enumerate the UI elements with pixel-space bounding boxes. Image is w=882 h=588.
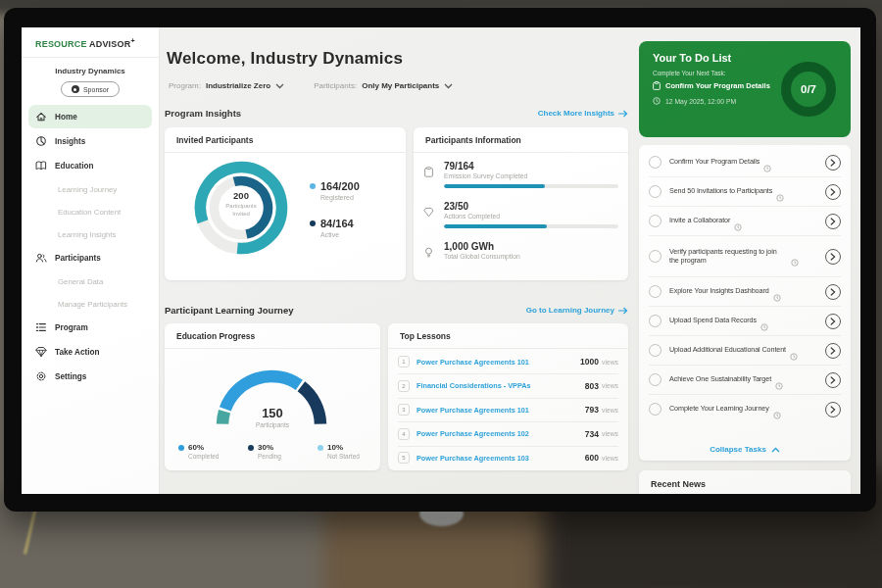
lesson-link[interactable]: Power Purchase Agreements 103 bbox=[416, 454, 585, 463]
sidebar-item-home[interactable]: Home bbox=[28, 105, 152, 128]
task-row[interactable]: Explore Your Insights Dashboard bbox=[649, 277, 841, 307]
lesson-link[interactable]: Power Purchase Agreements 101 bbox=[416, 358, 580, 367]
task-checkbox[interactable] bbox=[649, 250, 662, 263]
lesson-link[interactable]: Power Purchase Agreements 101 bbox=[416, 406, 585, 415]
task-open-button[interactable] bbox=[825, 184, 841, 200]
invited-participants-title: Invited Participants bbox=[165, 127, 406, 153]
task-open-button[interactable] bbox=[825, 402, 841, 417]
lesson-rank: 5 bbox=[398, 452, 410, 464]
task-checkbox[interactable] bbox=[649, 215, 662, 227]
task-label: Achieve One Sustainability Target bbox=[669, 375, 771, 384]
arrow-right-icon bbox=[618, 110, 628, 118]
task-row[interactable]: Verify participants requesting to join t… bbox=[649, 236, 841, 277]
task-row[interactable]: Invite a Collaborator bbox=[649, 207, 841, 236]
lesson-row[interactable]: 4Power Purchase Agreements 102734views bbox=[398, 422, 618, 447]
clipboard-icon bbox=[653, 81, 661, 90]
sidebar-item-education-content[interactable]: Education Content bbox=[28, 201, 152, 222]
donut-legend-item: 84/164Active bbox=[310, 218, 354, 238]
task-row[interactable]: Send 50 Invitations to Participants bbox=[649, 177, 841, 207]
sidebar-item-insights[interactable]: Insights bbox=[28, 129, 152, 153]
donut-center-label: 200 Participants Invited bbox=[190, 190, 292, 218]
sidebar-item-manage-participants[interactable]: Manage Participants bbox=[28, 293, 152, 315]
task-open-button[interactable] bbox=[825, 372, 841, 388]
task-open-button[interactable] bbox=[825, 214, 841, 229]
program-filter[interactable]: Program: Industrialize Zero bbox=[169, 81, 284, 90]
lesson-link[interactable]: Financial Considerations - VPPAs bbox=[416, 381, 585, 390]
task-checkbox[interactable] bbox=[649, 156, 662, 169]
sponsor-badge[interactable]: Sponsor bbox=[61, 81, 120, 97]
sidebar-item-learning-insights[interactable]: Learning Insights bbox=[28, 223, 152, 245]
task-checkbox[interactable] bbox=[649, 344, 662, 357]
task-label: Complete Your Learning Journey bbox=[669, 405, 769, 414]
clock-icon bbox=[653, 97, 661, 105]
todo-tasks-card: Confirm Your Program DetailsSend 50 Invi… bbox=[639, 145, 851, 461]
task-row[interactable]: Upload Spend Data Records bbox=[649, 307, 841, 336]
lesson-row[interactable]: 2Financial Considerations - VPPAs803view… bbox=[398, 374, 618, 399]
task-checkbox[interactable] bbox=[649, 315, 662, 327]
sidebar-item-settings[interactable]: Settings bbox=[28, 365, 152, 388]
top-lessons-card: Top Lessons 1Power Purchase Agreements 1… bbox=[388, 323, 628, 470]
sidebar-item-program[interactable]: Program bbox=[28, 316, 152, 339]
todo-next-task: Confirm Your Program Details bbox=[653, 81, 770, 90]
legend-dot bbox=[178, 445, 184, 451]
task-row[interactable]: Achieve One Sustainability Target bbox=[649, 366, 841, 395]
task-row[interactable]: Upload Additional Educational Content bbox=[649, 336, 841, 366]
sidebar-item-participants[interactable]: Participants bbox=[28, 246, 152, 270]
sidebar-item-label: Manage Participants bbox=[58, 300, 127, 309]
chevron-down-icon bbox=[444, 83, 453, 89]
dashboard-screen: RESOURCE ADVISOR+ Industry Dynamics Spon… bbox=[22, 27, 860, 494]
go-to-learning-journey-link[interactable]: Go to Learning Journey bbox=[526, 306, 628, 315]
sidebar-item-take-action[interactable]: Take Action bbox=[28, 340, 152, 364]
program-insights-title: Program Insights bbox=[165, 108, 241, 119]
learning-journey-section-header: Participant Learning Journey Go to Learn… bbox=[165, 305, 628, 316]
collapse-tasks-link[interactable]: Collapse Tasks bbox=[639, 445, 851, 454]
sidebar-item-general-data[interactable]: General Data bbox=[28, 270, 152, 292]
lesson-views-suffix: views bbox=[602, 382, 618, 389]
org-name: Industry Dynamics bbox=[22, 67, 159, 75]
sidebar-item-education[interactable]: Education bbox=[28, 154, 152, 177]
sidebar-item-label: Education bbox=[55, 162, 94, 171]
task-open-button[interactable] bbox=[825, 284, 841, 300]
app-logo: RESOURCE ADVISOR+ bbox=[22, 27, 159, 58]
logo-resource: RESOURCE bbox=[35, 39, 87, 49]
participant-stat: 79/164Emission Survey Completed bbox=[423, 161, 617, 188]
lesson-views: 803 bbox=[585, 381, 599, 391]
task-clock-icon bbox=[776, 188, 784, 196]
home-icon bbox=[35, 111, 47, 122]
todo-due-time: 12 May 2025, 12:00 PM bbox=[653, 97, 736, 105]
check-more-insights-link[interactable]: Check More Insights bbox=[538, 109, 628, 118]
task-label: Upload Spend Data Records bbox=[669, 317, 757, 325]
task-clock-icon bbox=[791, 253, 799, 261]
participants-filter[interactable]: Participants: Only My Participants bbox=[314, 81, 453, 90]
sidebar-item-label: Learning Insights bbox=[58, 230, 116, 239]
lesson-link[interactable]: Power Purchase Agreements 102 bbox=[416, 429, 585, 438]
task-row[interactable]: Confirm Your Program Details bbox=[649, 148, 841, 177]
legend-dot bbox=[248, 445, 254, 451]
task-list: Confirm Your Program DetailsSend 50 Invi… bbox=[639, 145, 851, 423]
lesson-row[interactable]: 5Power Purchase Agreements 103600views bbox=[398, 446, 618, 469]
task-open-button[interactable] bbox=[825, 314, 841, 329]
task-clock-icon bbox=[773, 288, 781, 296]
consumption-icon bbox=[423, 244, 434, 255]
sidebar-item-label: Take Action bbox=[55, 348, 100, 357]
task-checkbox[interactable] bbox=[649, 403, 662, 416]
task-open-button[interactable] bbox=[825, 155, 841, 171]
lesson-row[interactable]: 3Power Purchase Agreements 101793views bbox=[398, 398, 618, 422]
task-checkbox[interactable] bbox=[649, 185, 662, 198]
task-open-button[interactable] bbox=[825, 343, 841, 359]
lesson-views-suffix: views bbox=[602, 430, 618, 437]
task-checkbox[interactable] bbox=[649, 285, 662, 298]
task-clock-icon bbox=[775, 376, 783, 384]
legend-dot bbox=[310, 220, 316, 226]
task-row[interactable]: Complete Your Learning Journey bbox=[649, 395, 841, 423]
education-progress-gauge-chart bbox=[170, 347, 375, 451]
insights-icon bbox=[35, 135, 47, 147]
task-open-button[interactable] bbox=[825, 249, 841, 265]
participants-icon bbox=[35, 252, 47, 264]
program-icon bbox=[35, 321, 47, 333]
sidebar-item-learning-journey[interactable]: Learning Journey bbox=[28, 178, 152, 200]
lesson-row[interactable]: 1Power Purchase Agreements 1011000views bbox=[398, 350, 618, 374]
task-clock-icon bbox=[773, 406, 781, 414]
task-checkbox[interactable] bbox=[649, 373, 662, 386]
sidebar-item-label: Participants bbox=[55, 254, 101, 263]
